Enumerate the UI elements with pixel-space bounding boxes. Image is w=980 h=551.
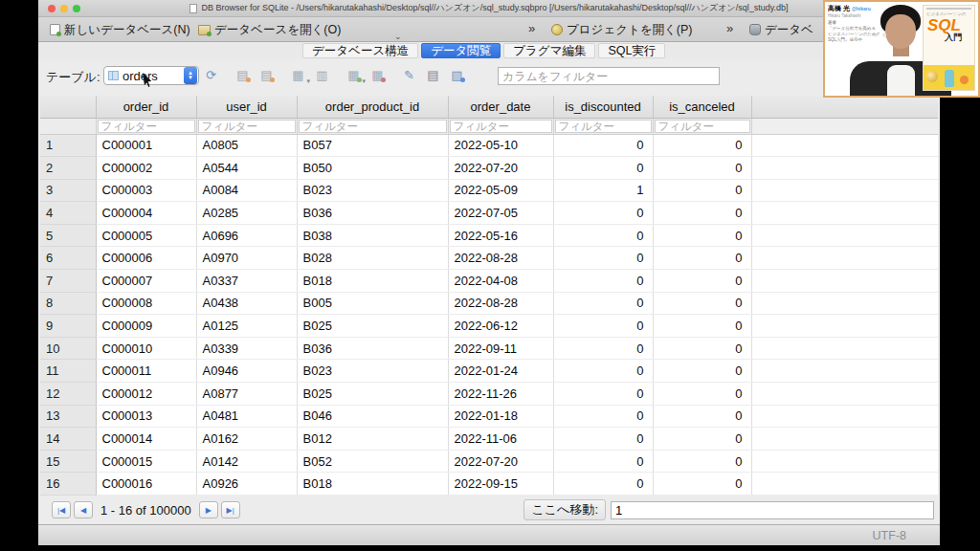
cell-is_canceled[interactable]: 0: [653, 360, 751, 383]
filter-input-user_id[interactable]: [198, 120, 296, 133]
cell-user_id[interactable]: A0339: [196, 337, 297, 360]
cell-is_canceled[interactable]: 0: [653, 224, 751, 247]
next-page-button[interactable]: ▶: [199, 501, 218, 518]
cell-is_discounted[interactable]: 0: [553, 157, 653, 180]
cell-order_date[interactable]: 2022-06-12: [448, 315, 553, 338]
cell-is_discounted[interactable]: 0: [553, 224, 653, 247]
column-header-order_date[interactable]: order_date: [448, 96, 553, 118]
cell-order_date[interactable]: 2022-05-10: [448, 134, 553, 157]
cell-is_canceled[interactable]: 0: [653, 450, 751, 473]
prev-page-button[interactable]: ◀: [74, 501, 93, 518]
cell-is_discounted[interactable]: 0: [553, 428, 653, 451]
filter-input-order_id[interactable]: [98, 120, 195, 133]
cell-user_id[interactable]: A0877: [196, 383, 297, 406]
cell-is_discounted[interactable]: 0: [553, 202, 653, 225]
goto-button[interactable]: ここへ移動:: [523, 499, 606, 520]
cell-order_product_id[interactable]: B036: [297, 202, 448, 225]
cell-user_id[interactable]: A0926: [196, 473, 297, 496]
cell-user_id[interactable]: A0084: [196, 179, 297, 202]
cell-order_id[interactable]: C000014: [96, 428, 196, 451]
last-page-button[interactable]: ▶|: [221, 501, 240, 518]
open-database-button[interactable]: データベースを開く(O): [194, 20, 345, 39]
row-number[interactable]: 10: [40, 337, 96, 360]
row-number[interactable]: 11: [40, 360, 96, 383]
row-number[interactable]: 14: [40, 428, 96, 451]
cell-is_canceled[interactable]: 0: [653, 405, 751, 428]
cell-user_id[interactable]: A0544: [196, 157, 297, 180]
cell-is_canceled[interactable]: 0: [653, 179, 751, 202]
cell-order_date[interactable]: 2022-01-18: [448, 405, 553, 428]
cell-user_id[interactable]: A0696: [196, 224, 297, 247]
toolbar-overflow-button-2[interactable]: »: [726, 21, 733, 35]
cell-order_id[interactable]: C000002: [96, 157, 196, 180]
cell-order_product_id[interactable]: B018: [297, 270, 448, 293]
cell-order_product_id[interactable]: B046: [297, 405, 448, 428]
row-number[interactable]: 6: [40, 247, 96, 270]
column-header-order_id[interactable]: order_id: [96, 96, 196, 118]
cell-is_canceled[interactable]: 0: [653, 315, 751, 338]
cell-order_date[interactable]: 2022-05-09: [448, 179, 553, 202]
cell-is_canceled[interactable]: 0: [653, 383, 751, 406]
cell-user_id[interactable]: A0162: [196, 428, 297, 451]
cell-order_id[interactable]: C000006: [96, 247, 196, 270]
cell-order_date[interactable]: 2022-04-08: [448, 270, 553, 293]
cell-is_discounted[interactable]: 0: [553, 247, 653, 270]
cell-user_id[interactable]: A0285: [196, 202, 297, 225]
refresh-icon[interactable]: ⟳: [203, 67, 219, 83]
cell-user_id[interactable]: A0337: [196, 270, 297, 293]
cell-order_date[interactable]: 2022-09-15: [448, 473, 553, 496]
cell-is_discounted[interactable]: 0: [553, 450, 653, 473]
new-filter-icon[interactable]: ▦▾: [345, 67, 362, 83]
row-number[interactable]: 5: [40, 224, 96, 247]
cell-order_id[interactable]: C000007: [96, 270, 196, 293]
cell-order_date[interactable]: 2022-08-28: [448, 292, 553, 315]
open-document-icon[interactable]: ▤: [425, 67, 441, 83]
save-record-icon[interactable]: ▦▾: [290, 67, 306, 83]
cell-user_id[interactable]: A0970: [196, 247, 297, 270]
filter-input-is_canceled[interactable]: [655, 120, 750, 133]
row-number[interactable]: 3: [40, 179, 96, 202]
encoding-indicator[interactable]: UTF-8: [873, 529, 906, 542]
database-button-truncated[interactable]: データベ: [746, 20, 817, 39]
clear-filter-icon[interactable]: ▦: [369, 67, 386, 83]
row-number[interactable]: 15: [40, 450, 96, 473]
cell-is_canceled[interactable]: 0: [653, 292, 751, 315]
cell-user_id[interactable]: A0438: [196, 292, 297, 315]
row-number[interactable]: 7: [40, 270, 96, 293]
cell-is_canceled[interactable]: 0: [653, 270, 751, 293]
row-number[interactable]: 16: [40, 473, 96, 496]
dropdown-stepper-icon[interactable]: ▲▼: [184, 67, 197, 84]
cell-order_date[interactable]: 2022-01-24: [448, 360, 553, 383]
minimize-window-button[interactable]: [60, 5, 68, 12]
cell-order_date[interactable]: 2022-08-28: [448, 247, 553, 270]
column-header-is_canceled[interactable]: is_canceled: [653, 96, 751, 118]
cell-order_id[interactable]: C000015: [96, 450, 196, 473]
cell-is_discounted[interactable]: 0: [553, 337, 653, 360]
cell-is_discounted[interactable]: 0: [553, 405, 653, 428]
cell-order_product_id[interactable]: B025: [297, 315, 448, 338]
toolbar-overflow-button[interactable]: »: [528, 21, 535, 35]
cell-is_canceled[interactable]: 0: [653, 473, 751, 496]
cell-is_discounted[interactable]: 0: [553, 315, 653, 338]
first-page-button[interactable]: |◀: [52, 501, 71, 518]
row-number[interactable]: 8: [40, 292, 96, 315]
cell-order_product_id[interactable]: B057: [297, 134, 448, 157]
title-bar[interactable]: DB Browser for SQLite - /Users/hikarutak…: [38, 0, 940, 17]
close-window-button[interactable]: [48, 5, 56, 12]
cell-is_discounted[interactable]: 0: [553, 270, 653, 293]
cell-user_id[interactable]: A0142: [196, 450, 297, 473]
cell-order_id[interactable]: C000004: [96, 202, 196, 225]
zoom-window-button[interactable]: [73, 5, 80, 12]
cell-order_date[interactable]: 2022-07-05: [448, 202, 553, 225]
cell-order_product_id[interactable]: B036: [297, 337, 448, 360]
cell-is_canceled[interactable]: 0: [653, 428, 751, 451]
cell-order_product_id[interactable]: B018: [297, 473, 448, 496]
row-number[interactable]: 13: [40, 405, 96, 428]
cell-order_date[interactable]: 2022-05-16: [448, 224, 553, 247]
filter-input-order_date[interactable]: [450, 120, 552, 133]
cell-order_date[interactable]: 2022-07-20: [448, 450, 553, 473]
row-number[interactable]: 2: [40, 157, 96, 180]
cell-is_canceled[interactable]: 0: [653, 337, 751, 360]
cell-order_product_id[interactable]: B050: [297, 157, 448, 180]
cell-order_product_id[interactable]: B052: [297, 450, 448, 473]
